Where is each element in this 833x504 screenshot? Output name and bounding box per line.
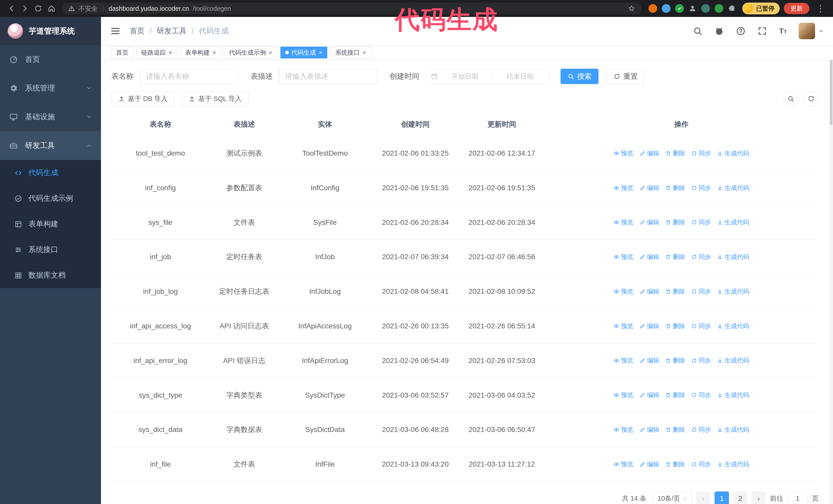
fullscreen-icon[interactable]	[757, 26, 767, 36]
sidebar-item-form-builder[interactable]: 表单构建	[0, 211, 101, 237]
sync-link[interactable]: 同步	[691, 322, 711, 330]
generate-code-link[interactable]: 生成代码	[717, 391, 749, 399]
sync-link[interactable]: 同步	[691, 184, 711, 192]
generate-code-link[interactable]: 生成代码	[717, 149, 749, 158]
import-db-button[interactable]: 基于 DB 导入	[111, 91, 174, 106]
page-button-1[interactable]: 1	[715, 491, 729, 504]
edit-link[interactable]: 编辑	[640, 322, 659, 330]
table-desc-input[interactable]	[279, 69, 377, 84]
browser-update-button[interactable]: 更新	[784, 3, 809, 14]
delete-link[interactable]: 删除	[665, 287, 685, 295]
hamburger-icon[interactable]	[110, 26, 120, 36]
toggle-search-button[interactable]	[783, 91, 798, 106]
prev-page-button[interactable]: ‹	[696, 491, 711, 504]
edit-link[interactable]: 编辑	[640, 253, 659, 261]
home-icon[interactable]	[46, 3, 57, 14]
preview-link[interactable]: 预览	[614, 426, 633, 434]
sync-link[interactable]: 同步	[691, 426, 711, 434]
search-button[interactable]: 搜索	[561, 69, 598, 84]
profile-paused-badge[interactable]: 已暂停	[742, 3, 780, 14]
page-button-2[interactable]: 2	[733, 491, 747, 504]
next-page-button[interactable]: ›	[752, 491, 766, 504]
reload-icon[interactable]	[32, 3, 44, 14]
edit-link[interactable]: 编辑	[640, 460, 659, 469]
user-menu[interactable]	[799, 23, 824, 39]
refresh-table-button[interactable]	[804, 91, 819, 106]
sidebar-item-codegen-example[interactable]: 代码生成示例	[0, 186, 101, 211]
generate-code-link[interactable]: 生成代码	[717, 426, 749, 434]
edit-link[interactable]: 编辑	[640, 218, 659, 226]
delete-link[interactable]: 删除	[665, 184, 685, 192]
generate-code-link[interactable]: 生成代码	[717, 287, 749, 295]
forward-icon[interactable]	[19, 3, 31, 14]
close-icon[interactable]: ×	[318, 49, 323, 56]
sidebar-item-system-api[interactable]: 系统接口	[0, 237, 101, 263]
preview-link[interactable]: 预览	[614, 322, 633, 330]
generate-code-link[interactable]: 生成代码	[717, 218, 749, 226]
edit-link[interactable]: 编辑	[640, 391, 659, 399]
delete-link[interactable]: 删除	[665, 149, 685, 158]
tab-form-builder[interactable]: 表单构建 ×	[180, 47, 221, 58]
breadcrumb-home[interactable]: 首页	[130, 26, 145, 36]
tab-codegen-example[interactable]: 代码生成示例 ×	[224, 47, 277, 58]
edit-link[interactable]: 编辑	[640, 149, 659, 158]
preview-link[interactable]: 预览	[614, 460, 633, 469]
breadcrumb-devtools[interactable]: 研发工具	[157, 26, 187, 36]
extensions-puzzle-icon[interactable]	[728, 4, 736, 13]
profiles-icon[interactable]	[688, 4, 697, 13]
tab-home[interactable]: 首页	[111, 47, 133, 58]
preview-link[interactable]: 预览	[614, 287, 633, 295]
preview-link[interactable]: 预览	[614, 218, 633, 226]
extension-icon[interactable]	[715, 4, 723, 13]
tab-codegen[interactable]: 代码生成 ×	[280, 47, 327, 58]
sidebar-item-db-doc[interactable]: 数据库文档	[0, 263, 101, 288]
scrollbar[interactable]	[829, 17, 833, 504]
sync-link[interactable]: 同步	[691, 149, 711, 158]
address-bar[interactable]: 不安全 | dashboard.yudao.iocoder.cn/tool/co…	[62, 3, 641, 14]
tab-trace[interactable]: 链路追踪 ×	[136, 47, 177, 58]
delete-link[interactable]: 删除	[665, 253, 685, 261]
sync-link[interactable]: 同步	[691, 356, 711, 364]
sidebar-item-system[interactable]: 系统管理	[0, 74, 101, 102]
generate-code-link[interactable]: 生成代码	[717, 184, 749, 192]
app-logo[interactable]: 芋道管理系统	[0, 17, 101, 45]
preview-link[interactable]: 预览	[614, 253, 633, 261]
preview-link[interactable]: 预览	[614, 391, 633, 399]
sidebar-item-home[interactable]: 首页	[0, 45, 101, 74]
generate-code-link[interactable]: 生成代码	[717, 460, 749, 469]
import-sql-button[interactable]: 基于 SQL 导入	[182, 91, 249, 106]
delete-link[interactable]: 删除	[665, 322, 685, 330]
edit-link[interactable]: 编辑	[640, 356, 659, 364]
extension-icon[interactable]	[648, 4, 657, 13]
generate-code-link[interactable]: 生成代码	[717, 322, 749, 330]
date-range-picker[interactable]: 开始日期 - 结束日期	[426, 69, 550, 84]
header-search-icon[interactable]	[693, 26, 703, 36]
edit-link[interactable]: 编辑	[640, 426, 659, 434]
sync-link[interactable]: 同步	[691, 218, 711, 226]
extension-icon[interactable]	[701, 4, 710, 13]
bookmark-star-icon[interactable]	[628, 5, 635, 12]
delete-link[interactable]: 删除	[665, 218, 685, 226]
sidebar-item-codegen[interactable]: 代码生成	[0, 160, 101, 186]
page-size-select[interactable]: 10条/页	[653, 491, 692, 504]
preview-link[interactable]: 预览	[614, 149, 633, 158]
delete-link[interactable]: 删除	[665, 391, 685, 399]
sync-link[interactable]: 同步	[691, 460, 711, 469]
sync-link[interactable]: 同步	[691, 287, 711, 295]
edit-link[interactable]: 编辑	[640, 287, 659, 295]
sidebar-item-devtools[interactable]: 研发工具	[0, 131, 101, 160]
edit-link[interactable]: 编辑	[640, 184, 659, 192]
back-icon[interactable]	[6, 3, 18, 14]
sync-link[interactable]: 同步	[691, 391, 711, 399]
extension-icon[interactable]	[662, 4, 670, 13]
table-name-input[interactable]	[140, 69, 238, 84]
close-icon[interactable]: ×	[212, 49, 216, 56]
font-size-icon[interactable]: TT	[779, 27, 787, 35]
preview-link[interactable]: 预览	[614, 184, 633, 192]
goto-page-input[interactable]	[787, 491, 808, 504]
close-icon[interactable]: ×	[268, 49, 272, 56]
generate-code-link[interactable]: 生成代码	[717, 356, 749, 364]
sidebar-item-infra[interactable]: 基础设施	[0, 102, 101, 131]
help-icon[interactable]	[736, 26, 745, 36]
sync-link[interactable]: 同步	[691, 253, 711, 261]
